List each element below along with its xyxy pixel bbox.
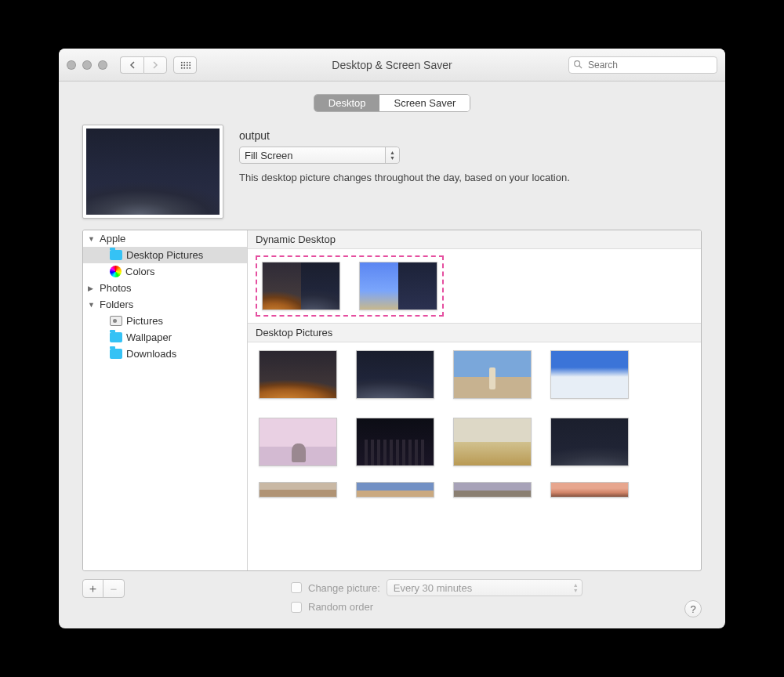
disclosure-triangle-icon: ▼ [88, 301, 96, 309]
sidebar-group-photos[interactable]: ▶ Photos [83, 280, 247, 296]
change-picture-label: Change picture: [308, 582, 380, 594]
change-interval-value: Every 30 minutes [394, 582, 472, 594]
sidebar-item-pictures[interactable]: Pictures [83, 313, 247, 329]
footer-controls: ＋ − Change picture: Every 30 minutes ▲▼ … [82, 571, 702, 617]
random-order-checkbox[interactable] [291, 602, 302, 613]
sidebar-item-downloads[interactable]: Downloads [83, 346, 247, 362]
source-sidebar: ▼ Apple Desktop Pictures Colors ▶ Photos… [83, 230, 248, 570]
annotation-highlight [256, 255, 444, 317]
wallpaper-thumb[interactable] [259, 482, 337, 498]
svg-line-1 [579, 65, 582, 67]
wallpaper-thumb-solar-dynamic[interactable] [359, 262, 437, 310]
thumb-grid-partial [248, 474, 701, 505]
thumb-grid [248, 342, 701, 474]
grid-icon [180, 61, 191, 69]
wallpaper-thumb[interactable] [453, 418, 532, 466]
disclosure-triangle-icon: ▶ [88, 284, 96, 292]
svg-point-0 [575, 60, 580, 66]
wallpaper-thumb[interactable] [550, 350, 629, 399]
updown-icon: ▲▼ [573, 582, 579, 593]
lower-panel: ▼ Apple Desktop Pictures Colors ▶ Photos… [82, 230, 702, 571]
chevron-right-icon [152, 61, 158, 69]
random-order-label: Random order [308, 601, 373, 613]
fill-mode-value: Fill Screen [245, 150, 292, 161]
wallpaper-thumb[interactable] [550, 418, 629, 466]
folder-icon [110, 332, 122, 342]
sidebar-label: Apple [100, 233, 125, 244]
search-icon [573, 60, 583, 69]
remove-folder-button[interactable]: − [103, 580, 124, 597]
current-wallpaper-preview [82, 125, 223, 219]
wallpaper-thumb[interactable] [259, 350, 337, 399]
tab-desktop[interactable]: Desktop [314, 95, 380, 111]
sidebar-group-folders[interactable]: ▼ Folders [83, 296, 247, 313]
wallpaper-thumb-mojave-dynamic[interactable] [262, 262, 340, 310]
color-wheel-icon [110, 266, 122, 277]
forward-button[interactable] [143, 56, 167, 74]
change-picture-checkbox[interactable] [291, 582, 302, 593]
change-picture-row: Change picture: Every 30 minutes ▲▼ [291, 579, 675, 596]
random-order-row: Random order [291, 601, 675, 613]
change-interval-select[interactable]: Every 30 minutes ▲▼ [387, 579, 583, 596]
wallpaper-thumb[interactable] [356, 418, 434, 466]
search-input[interactable] [568, 56, 717, 74]
preview-info: output Fill Screen ▲▼ This desktop pictu… [239, 125, 702, 183]
output-label: output [239, 129, 702, 142]
tab-row: Desktop Screen Saver [59, 81, 725, 120]
preferences-window: Desktop & Screen Saver Desktop Screen Sa… [59, 49, 725, 628]
dynamic-description: This desktop picture changes throughout … [239, 172, 702, 183]
fill-mode-select[interactable]: Fill Screen ▲▼ [239, 147, 400, 164]
change-options: Change picture: Every 30 minutes ▲▼ Rand… [291, 579, 675, 617]
preview-row: output Fill Screen ▲▼ This desktop pictu… [82, 120, 702, 230]
updown-icon: ▲▼ [385, 147, 399, 163]
add-remove-control: ＋ − [82, 579, 125, 598]
wallpaper-thumb[interactable] [453, 482, 532, 498]
folder-icon [110, 250, 122, 260]
back-button[interactable] [120, 56, 143, 74]
show-all-button[interactable] [173, 56, 197, 74]
sidebar-label: Desktop Pictures [126, 249, 203, 261]
titlebar: Desktop & Screen Saver [59, 49, 725, 81]
sidebar-item-wallpaper[interactable]: Wallpaper [83, 329, 247, 346]
section-header-pictures: Desktop Pictures [248, 323, 701, 342]
sidebar-item-desktop-pictures[interactable]: Desktop Pictures [83, 247, 247, 263]
minimize-window-button[interactable] [82, 60, 92, 70]
section-header-dynamic: Dynamic Desktop [248, 230, 701, 249]
window-controls [67, 60, 107, 70]
sidebar-label: Pictures [126, 315, 163, 327]
zoom-window-button[interactable] [98, 60, 107, 70]
sidebar-label: Photos [100, 282, 131, 294]
close-window-button[interactable] [67, 60, 76, 70]
sidebar-group-apple[interactable]: ▼ Apple [83, 230, 247, 247]
content-area: output Fill Screen ▲▼ This desktop pictu… [59, 120, 725, 628]
sidebar-item-colors[interactable]: Colors [83, 263, 247, 280]
tab-screensaver[interactable]: Screen Saver [379, 95, 470, 111]
wallpaper-thumb[interactable] [356, 350, 434, 399]
pictures-folder-icon [110, 316, 122, 326]
wallpaper-gallery[interactable]: Dynamic Desktop Desktop Pictures [248, 230, 701, 570]
nav-buttons [120, 56, 167, 74]
sidebar-label: Colors [125, 266, 155, 277]
wallpaper-thumb[interactable] [453, 350, 532, 399]
sidebar-label: Folders [100, 299, 133, 310]
folder-icon [110, 349, 122, 359]
search-wrap [568, 56, 717, 74]
add-folder-button[interactable]: ＋ [83, 580, 103, 597]
wallpaper-thumb[interactable] [259, 418, 337, 466]
sidebar-label: Wallpaper [126, 331, 172, 343]
wallpaper-thumb[interactable] [356, 482, 434, 498]
chevron-left-icon [129, 61, 136, 69]
help-button[interactable]: ? [684, 600, 702, 617]
sidebar-label: Downloads [126, 348, 176, 360]
segmented-tabs: Desktop Screen Saver [314, 94, 470, 112]
wallpaper-image [86, 129, 220, 215]
disclosure-triangle-icon: ▼ [88, 235, 96, 243]
wallpaper-thumb[interactable] [550, 482, 629, 498]
